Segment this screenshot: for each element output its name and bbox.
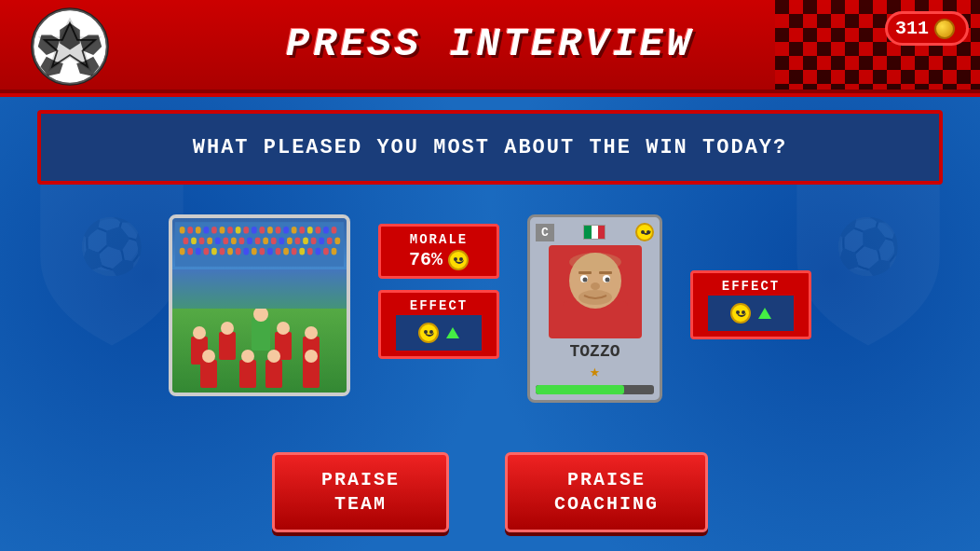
soccer-ball-icon xyxy=(28,5,112,89)
team-effect-box: EFFECT xyxy=(378,290,499,359)
team-effect-value xyxy=(396,315,482,351)
svg-rect-21 xyxy=(292,227,297,234)
svg-rect-62 xyxy=(299,248,305,255)
morale-value: 76% xyxy=(396,249,482,270)
svg-rect-45 xyxy=(327,237,333,244)
svg-rect-79 xyxy=(239,360,256,388)
svg-rect-36 xyxy=(255,237,261,244)
svg-point-93 xyxy=(605,278,609,282)
morale-box: MORALE 76% xyxy=(378,224,499,279)
svg-point-72 xyxy=(221,322,234,335)
svg-rect-53 xyxy=(227,248,233,255)
svg-rect-55 xyxy=(243,248,249,255)
svg-rect-40 xyxy=(287,237,293,244)
svg-point-92 xyxy=(582,278,587,282)
player-face xyxy=(549,245,642,338)
svg-rect-54 xyxy=(236,248,241,255)
svg-rect-11 xyxy=(211,227,217,234)
player-card-emoji xyxy=(635,223,654,241)
svg-rect-94 xyxy=(578,271,592,274)
player-star: ★ xyxy=(590,361,600,381)
svg-point-89 xyxy=(569,253,621,271)
question-box: WHAT PLEASED YOU MOST ABOUT THE WIN TODA… xyxy=(37,110,943,185)
svg-rect-66 xyxy=(332,248,337,255)
player-effect-label: EFFECT xyxy=(708,279,794,294)
svg-rect-34 xyxy=(239,237,245,244)
player-card-top: C xyxy=(536,223,654,241)
player-bar xyxy=(536,385,654,394)
player-effect-arrow xyxy=(758,308,771,319)
svg-rect-83 xyxy=(303,360,320,388)
svg-rect-39 xyxy=(279,237,284,244)
svg-rect-67 xyxy=(252,318,270,351)
coin-value: 311 xyxy=(895,18,929,39)
team-effect-arrow xyxy=(446,327,459,338)
team-effect-emoji xyxy=(418,323,439,343)
morale-emoji xyxy=(448,250,469,270)
player-effect-emoji xyxy=(730,303,751,324)
morale-label: MORALE xyxy=(396,232,482,247)
svg-rect-19 xyxy=(276,227,281,234)
player-card: C xyxy=(527,214,662,403)
svg-point-97 xyxy=(578,290,612,305)
svg-rect-61 xyxy=(292,248,297,255)
svg-rect-32 xyxy=(223,237,228,244)
player-name: TOZZO xyxy=(569,342,619,361)
buttons-area: PRAISE TEAM PRAISE COACHING xyxy=(0,452,980,532)
svg-rect-37 xyxy=(263,237,268,244)
praise-team-button[interactable]: PRAISE TEAM xyxy=(272,452,449,532)
team-stats-group: MORALE 76% EFFECT xyxy=(378,224,499,359)
svg-rect-44 xyxy=(319,237,324,244)
svg-rect-9 xyxy=(196,227,201,234)
svg-rect-59 xyxy=(276,248,281,255)
svg-point-78 xyxy=(202,350,215,363)
flag-italy xyxy=(583,225,606,240)
svg-rect-33 xyxy=(231,237,237,244)
svg-rect-50 xyxy=(203,248,209,255)
team-illustration xyxy=(172,218,347,393)
svg-rect-17 xyxy=(260,227,265,234)
coin-counter: 311 xyxy=(885,11,969,46)
header-border xyxy=(0,93,980,97)
svg-rect-26 xyxy=(332,227,337,234)
svg-point-74 xyxy=(277,322,290,335)
svg-point-76 xyxy=(305,326,318,339)
svg-rect-20 xyxy=(283,227,289,234)
svg-rect-42 xyxy=(303,237,308,244)
svg-rect-51 xyxy=(211,248,217,255)
svg-rect-43 xyxy=(311,237,317,244)
svg-rect-29 xyxy=(199,237,205,244)
svg-rect-22 xyxy=(299,227,305,234)
svg-rect-31 xyxy=(215,237,221,244)
svg-rect-46 xyxy=(334,237,340,244)
svg-rect-71 xyxy=(219,332,236,360)
svg-rect-64 xyxy=(316,248,321,255)
svg-rect-58 xyxy=(267,248,273,255)
svg-rect-24 xyxy=(316,227,321,234)
player-position: C xyxy=(536,224,554,241)
svg-rect-27 xyxy=(184,237,189,244)
svg-rect-57 xyxy=(260,248,265,255)
svg-point-82 xyxy=(267,350,280,363)
svg-rect-47 xyxy=(180,248,185,255)
praise-coaching-button[interactable]: PRAISE COACHING xyxy=(505,452,708,532)
svg-rect-35 xyxy=(247,237,252,244)
player-bar-fill xyxy=(536,385,624,394)
svg-point-70 xyxy=(193,326,206,339)
svg-rect-15 xyxy=(243,227,249,234)
svg-rect-38 xyxy=(271,237,277,244)
svg-rect-41 xyxy=(295,237,301,244)
svg-rect-16 xyxy=(252,227,257,234)
page-title: PRESS INTERVIEW xyxy=(286,22,694,67)
svg-point-80 xyxy=(241,350,254,363)
svg-rect-14 xyxy=(236,227,241,234)
header: PRESS INTERVIEW xyxy=(0,0,980,93)
svg-rect-77 xyxy=(200,360,217,388)
svg-rect-49 xyxy=(196,248,201,255)
svg-rect-25 xyxy=(323,227,329,234)
svg-point-84 xyxy=(305,350,318,363)
svg-rect-65 xyxy=(323,248,329,255)
svg-rect-30 xyxy=(207,237,212,244)
coin-icon xyxy=(934,19,955,39)
team-effect-label: EFFECT xyxy=(396,298,482,313)
